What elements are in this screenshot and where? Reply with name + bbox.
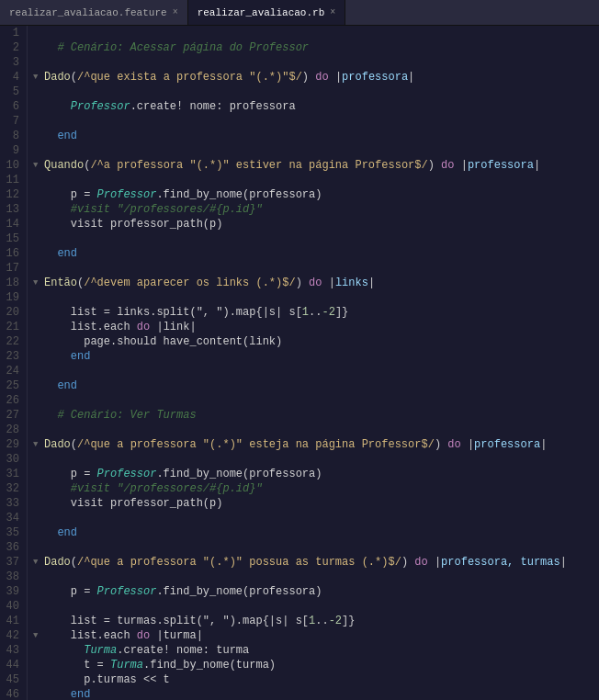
token-18-1: ( [77, 276, 84, 290]
line-num-17: 17 [4, 261, 19, 276]
line-num-11: 11 [4, 173, 19, 187]
code-line-14: visit professor_path(p) [33, 217, 593, 231]
line-num-44: 44 [4, 658, 19, 672]
line-num-24: 24 [4, 364, 19, 378]
token-12-0: p = [44, 187, 97, 202]
code-line-35: end [33, 525, 593, 540]
code-line-8: end [33, 129, 593, 143]
code-line-20: list = links.split(", ").map{|s| s[1..-2… [33, 305, 593, 320]
token-39-1: Professor [97, 584, 157, 599]
token-21-2: |link| [150, 320, 196, 334]
line-num-42: 42 [4, 628, 19, 643]
token-18-5: | [329, 276, 335, 290]
tab-rb-label: realizar_avaliacao.rb [198, 7, 325, 18]
line-num-3: 3 [4, 55, 19, 70]
code-line-25: end [33, 378, 593, 393]
token-25-0: end [44, 378, 77, 393]
token-29-0: Dado [44, 437, 71, 452]
token-21-1: do [137, 320, 150, 334]
code-line-36 [33, 540, 593, 555]
token-44-1: Turma [110, 658, 143, 672]
token-12-2: .find_by_nome(professora) [156, 187, 322, 202]
code-line-40 [33, 599, 593, 614]
token-31-2: .find_by_nome(professora) [156, 467, 322, 481]
code-line-19 [33, 290, 593, 305]
line-num-20: 20 [4, 305, 19, 320]
token-18-3: ) [296, 276, 302, 290]
token-10-0: Quando [44, 158, 84, 173]
fold-icon-10[interactable] [33, 158, 42, 173]
code-line-1 [33, 26, 593, 40]
token-4-5: | [335, 70, 342, 85]
token-35-0: end [44, 525, 77, 540]
code-line-33: visit professor_path(p) [33, 496, 593, 511]
token-29-7: | [540, 437, 547, 452]
line-num-29: 29 [4, 437, 19, 452]
code-line-43: Turma.create! nome: turma [33, 643, 593, 658]
code-line-28 [33, 423, 593, 437]
token-10-7: | [534, 158, 540, 173]
token-39-0: p = [44, 584, 97, 599]
token-41-2: .. [315, 614, 328, 628]
token-32-0: #visit "/professores/#{p.id}" [44, 481, 263, 496]
token-4-6: professora [342, 70, 408, 85]
token-29-4: do [441, 437, 468, 452]
line-num-33: 33 [4, 496, 19, 511]
token-41-4: ]} [342, 614, 355, 628]
line-num-43: 43 [4, 643, 19, 658]
code-lines: # Cenário: Acessar página do ProfessorDa… [28, 26, 599, 700]
line-numbers: 1234567891011121314151617181920212223242… [0, 26, 28, 700]
line-num-40: 40 [4, 599, 19, 614]
token-6-2: .create! nome: professora [130, 99, 296, 114]
line-num-38: 38 [4, 570, 19, 584]
code-line-5 [33, 85, 593, 99]
line-num-27: 27 [4, 408, 19, 423]
tab-rb-close-icon[interactable]: × [330, 7, 335, 17]
line-num-18: 18 [4, 276, 19, 290]
token-10-2: /^a professora "(.*)" estiver na página … [90, 158, 427, 173]
tab-rb[interactable]: realizar_avaliacao.rb× [188, 0, 346, 25]
code-line-32: #visit "/professores/#{p.id}" [33, 481, 593, 496]
line-num-15: 15 [4, 231, 19, 246]
fold-icon-42[interactable] [33, 628, 42, 643]
code-line-39: p = Professor.find_by_nome(professora) [33, 584, 593, 599]
line-num-28: 28 [4, 423, 19, 437]
token-12-1: Professor [97, 187, 157, 202]
token-29-3: ) [435, 437, 441, 452]
token-41-0: list = turmas.split(", ").map{|s| s[ [44, 614, 309, 628]
token-14-0: visit professor_path(p) [44, 217, 222, 231]
code-line-44: t = Turma.find_by_nome(turma) [33, 658, 593, 672]
code-container: 1234567891011121314151617181920212223242… [0, 26, 599, 700]
fold-icon-29[interactable] [33, 437, 42, 452]
fold-icon-4[interactable] [33, 70, 42, 85]
tab-feature[interactable]: realizar_avaliacao.feature× [0, 0, 188, 25]
line-num-46: 46 [4, 687, 19, 700]
tab-feature-close-icon[interactable]: × [173, 7, 178, 17]
token-37-4: do [408, 555, 435, 570]
line-num-45: 45 [4, 672, 19, 687]
line-num-1: 1 [4, 26, 19, 40]
code-line-38 [33, 570, 593, 584]
token-18-7: | [368, 276, 375, 290]
line-num-5: 5 [4, 85, 19, 99]
line-num-14: 14 [4, 217, 19, 231]
token-16-0: end [44, 246, 77, 261]
token-41-1: 1 [309, 614, 315, 628]
token-10-3: ) [428, 158, 435, 173]
code-line-7 [33, 114, 593, 129]
code-line-34 [33, 511, 593, 525]
token-2-0: # Cenário: Acessar página do Professor [44, 40, 309, 55]
code-line-37: Dado(/^que a professora "(.*)" possua as… [33, 555, 593, 570]
code-line-16: end [33, 246, 593, 261]
token-46-0: end [44, 687, 90, 700]
code-line-27: # Cenário: Ver Turmas [33, 408, 593, 423]
token-37-0: Dado [44, 555, 71, 570]
line-num-21: 21 [4, 320, 19, 334]
token-27-0: # Cenário: Ver Turmas [44, 408, 197, 423]
token-4-0: Dado [44, 70, 71, 85]
code-line-12: p = Professor.find_by_nome(professora) [33, 187, 593, 202]
fold-icon-18[interactable] [33, 276, 42, 290]
fold-icon-37[interactable] [33, 555, 42, 570]
token-33-0: visit professor_path(p) [44, 496, 222, 511]
code-line-6: Professor.create! nome: professora [33, 99, 593, 114]
